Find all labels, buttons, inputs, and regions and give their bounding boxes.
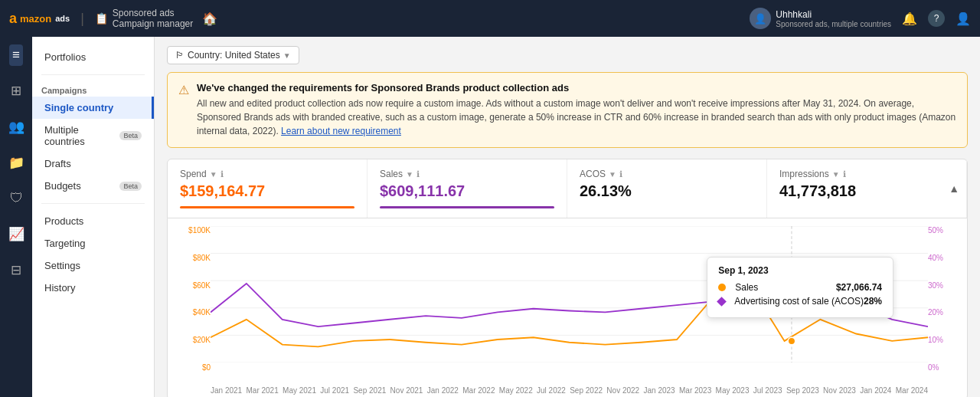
user-avatar: 👤 <box>750 8 771 29</box>
ads-text: ads <box>55 14 70 23</box>
metric-acos[interactable]: ACOS ▼ ℹ 26.13% <box>567 159 767 218</box>
help-icon[interactable]: ? <box>928 10 945 27</box>
alert-banner: ⚠ We've changed the requirements for Spo… <box>167 72 968 148</box>
chart-y-axis-right: 50% 40% 30% 20% 10% 0% <box>928 226 955 372</box>
x-label-3: Jul 2021 <box>320 386 349 395</box>
metric-spend-label: Spend ▼ ℹ <box>180 169 354 179</box>
sales-info-icon: ℹ <box>416 169 420 179</box>
x-label-17: Nov 2023 <box>823 386 856 395</box>
x-label-2: May 2021 <box>283 386 316 395</box>
left-icon-chart[interactable]: 📈 <box>5 223 28 245</box>
acos-sort-icon: ▼ <box>609 170 616 179</box>
metric-acos-value: 26.13% <box>580 182 754 200</box>
x-label-12: Jan 2023 <box>644 386 675 395</box>
sidebar-section-campaigns: Campaigns <box>32 81 154 97</box>
spend-sort-icon: ▼ <box>210 170 217 179</box>
user-details: Uhhhkali Sponsored ads, multiple countri… <box>776 9 891 28</box>
tooltip-acos-val: 28% <box>864 296 882 307</box>
tooltip-row-acos: Advertising cost of sale (ACOS) 28% <box>718 296 882 307</box>
left-icon-bar: ≡ ⊞ 👥 📁 🛡 📈 ⊟ <box>0 37 32 397</box>
breadcrumb-area: 📋 Sponsored ads Campaign manager 🏠 <box>95 8 217 29</box>
topnav: a mazon ads | 📋 Sponsored ads Campaign m… <box>0 0 980 37</box>
metric-sales[interactable]: Sales ▼ ℹ $609,111.67 <box>368 159 567 218</box>
chart-tooltip: Sep 1, 2023 Sales $27,066.74 Advertising… <box>707 257 893 318</box>
alert-link[interactable]: Learn about new requirement <box>281 126 401 136</box>
country-badge[interactable]: 🏳 Country: United States ▼ <box>167 46 299 64</box>
y-left-0: $100K <box>180 226 211 235</box>
metric-sales-value: $609,111.67 <box>380 182 554 200</box>
tooltip-acos-label: Advertising cost of sale (ACOS) <box>718 296 864 307</box>
metric-spend-value: $159,164.77 <box>180 182 354 200</box>
sidebar-history-label: History <box>44 282 75 294</box>
tooltip-sales-dot <box>718 284 726 291</box>
account-icon[interactable]: 👤 <box>956 11 971 26</box>
amazon-ads-logo: a mazon ads <box>9 11 70 27</box>
sidebar-item-drafts[interactable]: Drafts <box>32 153 154 175</box>
left-icon-grid[interactable]: ⊞ <box>8 80 24 102</box>
x-label-19: Mar 2024 <box>896 386 928 395</box>
x-label-1: Mar 2021 <box>246 386 278 395</box>
chart-x-labels: Jan 2021 Mar 2021 May 2021 Jul 2021 Sep … <box>211 386 928 395</box>
left-icon-folder[interactable]: 📁 <box>5 152 28 174</box>
chart-y-axis-left: $100K $80K $60K $40K $20K $0 <box>180 226 211 372</box>
sidebar-settings-label: Settings <box>44 260 80 271</box>
x-label-8: May 2022 <box>499 386 533 395</box>
nav-separator: | <box>80 11 84 27</box>
breadcrumb-title: Sponsored ads <box>113 8 193 18</box>
alert-title: We've changed the requirements for Spons… <box>197 82 956 94</box>
x-label-10: Sep 2022 <box>570 386 603 395</box>
left-icon-users[interactable]: 👥 <box>5 116 28 138</box>
home-icon[interactable]: 🏠 <box>202 11 217 26</box>
chart-area: $100K $80K $60K $40K $20K $0 <box>167 218 968 397</box>
sidebar-item-portfolios[interactable]: Portfolios <box>32 46 154 68</box>
left-icon-shield[interactable]: 🛡 <box>7 188 26 209</box>
impressions-sort-icon: ▼ <box>832 170 840 179</box>
x-label-14: May 2023 <box>716 386 750 395</box>
bell-icon[interactable]: 🔔 <box>902 11 917 26</box>
logo-text: mazon <box>20 13 51 25</box>
sidebar-multiple-label: Multiple countries <box>44 124 119 147</box>
metric-spend[interactable]: Spend ▼ ℹ $159,164.77 <box>168 159 368 218</box>
topnav-right: 👤 Uhhhkali Sponsored ads, multiple count… <box>750 8 971 29</box>
sidebar-item-multiple-countries[interactable]: Multiple countries Beta <box>32 119 154 153</box>
breadcrumb: Sponsored ads Campaign manager <box>113 8 193 29</box>
y-right-3: 20% <box>928 308 955 317</box>
country-chevron-icon: ▼ <box>283 51 291 60</box>
y-left-3: $40K <box>180 308 211 317</box>
left-icon-menu[interactable]: ≡ <box>9 44 23 66</box>
impressions-info-icon: ℹ <box>843 169 846 179</box>
y-left-1: $80K <box>180 254 211 262</box>
x-label-7: Mar 2022 <box>462 386 495 395</box>
metrics-collapse-icon[interactable]: ▲ <box>949 182 959 195</box>
sidebar-item-single-country[interactable]: Single country <box>32 97 154 119</box>
sidebar-item-history[interactable]: History <box>32 277 154 299</box>
sidebar-drafts-label: Drafts <box>44 158 71 169</box>
left-icon-apps[interactable]: ⊟ <box>8 259 24 281</box>
alert-content: We've changed the requirements for Spons… <box>197 82 956 138</box>
sidebar-item-budgets[interactable]: Budgets Beta <box>32 175 154 197</box>
y-left-5: $0 <box>180 363 211 372</box>
sidebar-single-country-label: Single country <box>44 102 113 113</box>
x-label-9: Jul 2022 <box>537 386 566 395</box>
sidebar-item-products[interactable]: Products <box>32 210 154 232</box>
metric-impressions-value: 41,773,818 <box>779 182 954 200</box>
sales-sort-icon: ▼ <box>406 170 413 179</box>
country-flag-icon: 🏳 <box>175 50 185 61</box>
user-info[interactable]: 👤 Uhhhkali Sponsored ads, multiple count… <box>750 8 891 29</box>
y-right-5: 0% <box>928 363 955 372</box>
user-name: Uhhhkali <box>776 9 891 20</box>
alert-body: All new and edited product collection ad… <box>197 97 956 138</box>
sidebar-divider <box>41 74 145 75</box>
sidebar-item-settings[interactable]: Settings <box>32 254 154 277</box>
sidebar-budgets-label: Budgets <box>44 180 81 192</box>
sidebar-item-targeting[interactable]: Targeting <box>32 232 154 254</box>
metric-impressions[interactable]: Impressions ▼ ℹ 41,773,818 <box>767 159 967 218</box>
x-label-5: Nov 2021 <box>390 386 423 395</box>
sales-underline <box>380 206 554 208</box>
y-right-0: 50% <box>928 226 955 235</box>
sidebar-products-label: Products <box>44 215 83 227</box>
sidebar-budgets-badge: Beta <box>119 182 142 191</box>
sidebar-multiple-badge: Beta <box>119 131 142 140</box>
x-label-15: Jul 2023 <box>753 386 782 395</box>
spend-underline <box>180 206 354 208</box>
